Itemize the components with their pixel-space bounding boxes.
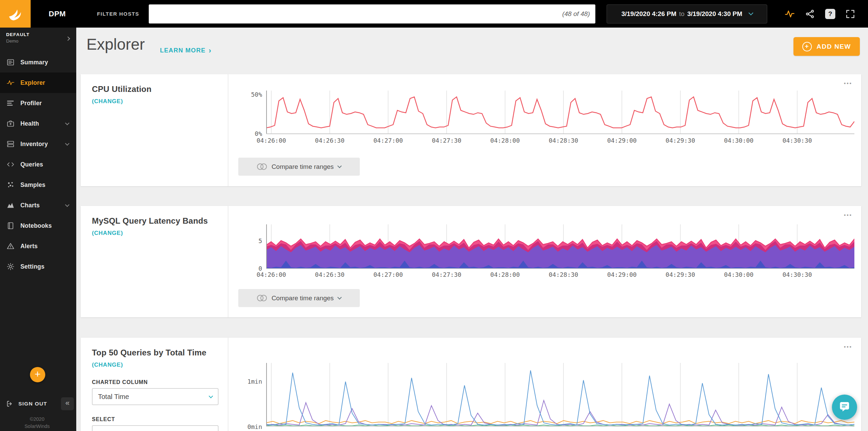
x-tick-label: 04:30:30 bbox=[772, 271, 823, 278]
time-range-from: 3/19/2020 4:26 PM bbox=[621, 10, 676, 18]
sign-out-icon bbox=[6, 400, 14, 408]
sidebar-item-label: Charts bbox=[20, 202, 40, 209]
chevron-down-icon bbox=[209, 394, 213, 398]
x-tick-label: 04:30:00 bbox=[713, 137, 764, 144]
sidebar: DEFAULT Demo SummaryExplorerProfilerHeal… bbox=[0, 28, 76, 431]
sidebar-item-inventory[interactable]: Inventory bbox=[0, 134, 76, 154]
compare-time-ranges-button[interactable]: Compare time ranges bbox=[238, 158, 360, 176]
time-range-to: 3/19/2020 4:30 PM bbox=[687, 10, 742, 18]
app-title: DPM bbox=[49, 0, 66, 28]
top-bar: DPM FILTER HOSTS (48 of 48) 3/19/2020 4:… bbox=[0, 0, 868, 28]
environment-switcher[interactable]: DEFAULT Demo bbox=[0, 28, 76, 52]
chat-icon bbox=[838, 400, 851, 414]
sidebar-item-queries[interactable]: Queries bbox=[0, 154, 76, 175]
card-left-panel: MySQL Query Latency Bands (CHANGE) bbox=[81, 206, 228, 317]
sidebar-item-alerts[interactable]: Alerts bbox=[0, 236, 76, 256]
page-title: Explorer bbox=[86, 35, 145, 53]
solarwinds-logo[interactable] bbox=[0, 0, 31, 28]
x-tick-label: 04:30:30 bbox=[772, 137, 823, 144]
query-select[interactable] bbox=[92, 425, 219, 431]
sidebar-item-profiler[interactable]: Profiler bbox=[0, 93, 76, 113]
card-left-panel: Top 50 Queries by Total Time (CHANGE) CH… bbox=[81, 338, 228, 431]
x-tick-label: 04:28:00 bbox=[480, 137, 531, 144]
sidebar-item-label: Explorer bbox=[20, 79, 45, 86]
profiler-icon bbox=[6, 99, 15, 108]
card-menu-button[interactable]: ••• bbox=[844, 344, 852, 350]
sidebar-item-health[interactable]: Health bbox=[0, 113, 76, 134]
y-axis-label-bottom: 0% bbox=[231, 130, 262, 137]
mysql-latency-bands-chart bbox=[266, 224, 854, 269]
x-axis-ticks: 04:26:0004:26:3004:27:0004:27:3004:28:00… bbox=[266, 137, 854, 145]
sidebar-item-label: Profiler bbox=[20, 100, 42, 107]
main-content: Explorer LEARN MORE › + ADD NEW CPU Util… bbox=[76, 28, 868, 431]
chevron-down-icon bbox=[337, 295, 342, 300]
learn-more-link[interactable]: LEARN MORE › bbox=[160, 47, 212, 54]
sidebar-item-label: Summary bbox=[20, 59, 48, 66]
alerts-icon bbox=[6, 242, 15, 251]
add-new-button[interactable]: + ADD NEW bbox=[793, 37, 860, 56]
card-title: MySQL Query Latency Bands bbox=[92, 216, 208, 226]
sidebar-item-charts[interactable]: Charts bbox=[0, 195, 76, 216]
copyright: ©2020 SolarWinds bbox=[0, 416, 74, 430]
x-tick-label: 04:29:00 bbox=[596, 137, 647, 144]
sidebar-nav: SummaryExplorerProfilerHealthInventoryQu… bbox=[0, 52, 76, 277]
sidebar-item-settings[interactable]: Settings bbox=[0, 256, 76, 277]
chat-launcher-button[interactable] bbox=[832, 395, 857, 420]
settings-icon bbox=[6, 262, 15, 271]
card-menu-button[interactable]: ••• bbox=[844, 212, 852, 218]
compare-time-ranges-button[interactable]: Compare time ranges bbox=[238, 289, 360, 307]
notebooks-icon bbox=[6, 221, 15, 230]
summary-icon bbox=[6, 58, 15, 67]
charted-column-label: CHARTED COLUMN bbox=[92, 379, 148, 385]
compare-circles-icon bbox=[257, 295, 267, 302]
x-tick-label: 04:27:30 bbox=[421, 137, 472, 144]
x-axis-ticks: 04:26:0004:26:3004:27:0004:27:3004:28:00… bbox=[266, 271, 854, 279]
share-icon[interactable] bbox=[805, 9, 816, 19]
charted-column-value: Total Time bbox=[98, 393, 129, 401]
chevron-down-icon bbox=[748, 11, 753, 15]
change-metric-link[interactable]: (CHANGE) bbox=[92, 362, 123, 368]
solarwinds-flame-icon bbox=[6, 5, 24, 23]
activity-icon[interactable] bbox=[784, 9, 795, 19]
explorer-icon bbox=[6, 78, 15, 87]
add-button[interactable]: + bbox=[30, 367, 45, 382]
chevron-right-icon: › bbox=[209, 48, 212, 53]
sidebar-item-samples[interactable]: Samples bbox=[0, 175, 76, 195]
y-axis-label-top: 50% bbox=[231, 91, 262, 98]
filter-hosts-label: FILTER HOSTS bbox=[97, 0, 139, 28]
fullscreen-icon[interactable] bbox=[845, 9, 856, 19]
sign-out-button[interactable]: SIGN OUT bbox=[18, 401, 47, 407]
x-tick-label: 04:28:30 bbox=[538, 271, 589, 278]
time-range-picker[interactable]: 3/19/2020 4:26 PM to 3/19/2020 4:30 PM bbox=[607, 4, 767, 23]
sidebar-item-explorer[interactable]: Explorer bbox=[0, 73, 76, 93]
top-bar-icons: ? bbox=[784, 0, 856, 28]
samples-icon bbox=[6, 180, 15, 189]
card-menu-button[interactable]: ••• bbox=[844, 80, 852, 86]
change-metric-link[interactable]: (CHANGE) bbox=[92, 98, 123, 105]
y-axis-label-top: 1min bbox=[231, 378, 262, 385]
x-tick-label: 04:27:00 bbox=[363, 271, 414, 278]
health-icon bbox=[6, 119, 15, 128]
sidebar-item-summary[interactable]: Summary bbox=[0, 52, 76, 73]
sidebar-item-notebooks[interactable]: Notebooks bbox=[0, 216, 76, 236]
collapse-sidebar-button[interactable]: « bbox=[61, 397, 74, 410]
help-icon[interactable]: ? bbox=[825, 9, 835, 19]
environment-label: DEFAULT bbox=[6, 32, 76, 37]
x-tick-label: 04:27:30 bbox=[421, 271, 472, 278]
change-metric-link[interactable]: (CHANGE) bbox=[92, 230, 123, 237]
charted-column-select[interactable]: Total Time bbox=[92, 388, 219, 405]
inventory-icon bbox=[6, 140, 15, 148]
x-tick-label: 04:28:00 bbox=[480, 271, 531, 278]
chart-card-top-queries: Top 50 Queries by Total Time (CHANGE) CH… bbox=[81, 338, 861, 431]
chevron-down-icon bbox=[337, 164, 342, 168]
x-tick-label: 04:26:30 bbox=[304, 271, 355, 278]
chevron-down-icon bbox=[65, 121, 69, 125]
filter-hosts-input-wrap: (48 of 48) bbox=[149, 4, 595, 23]
copyright-year: ©2020 bbox=[0, 416, 74, 423]
x-tick-label: 04:29:30 bbox=[655, 271, 706, 278]
filter-hosts-input[interactable] bbox=[149, 4, 595, 23]
compare-circles-icon bbox=[257, 163, 267, 170]
select-label: SELECT bbox=[92, 416, 115, 422]
x-tick-label: 04:27:00 bbox=[363, 137, 414, 144]
sidebar-item-label: Samples bbox=[20, 181, 45, 189]
